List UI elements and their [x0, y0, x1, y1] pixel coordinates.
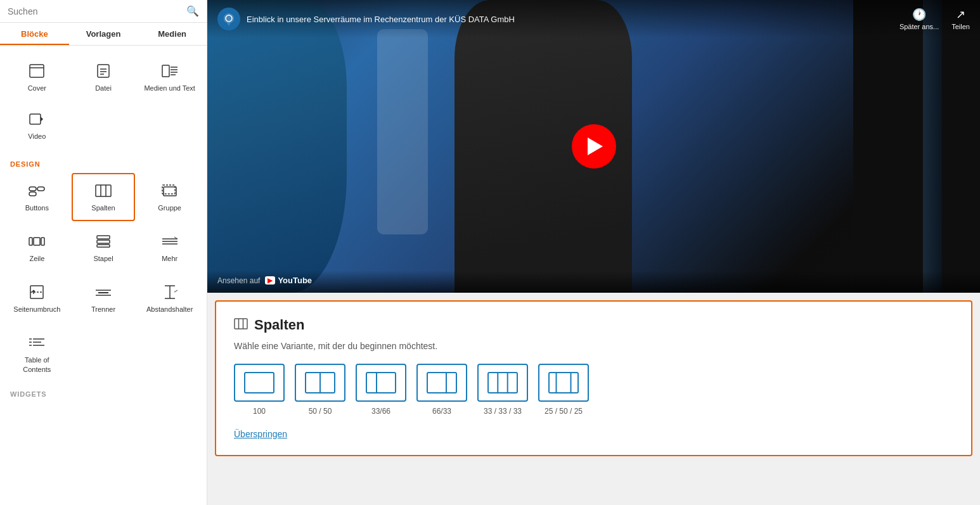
video-title: Einblick in unsere Serverräume im Rechen…: [247, 15, 899, 24]
sidebar-item-seitenumbruch[interactable]: Seitenumbruch: [5, 274, 69, 323]
mehr-label: Mehr: [162, 254, 177, 263]
video-container: Einblick in unsere Serverräume im Rechen…: [207, 0, 980, 293]
svg-rect-0: [30, 65, 44, 77]
sidebar-item-mehr[interactable]: Mehr: [138, 224, 202, 272]
gruppe-icon: [162, 182, 178, 200]
yt-wordmark: YouTube: [278, 276, 312, 285]
datei-icon: [96, 62, 110, 80]
svg-rect-15: [29, 192, 36, 196]
svg-rect-62: [549, 373, 578, 393]
tab-medien[interactable]: Medien: [138, 23, 207, 45]
spalten-option-6633[interactable]: 66/33: [416, 364, 467, 416]
svg-rect-25: [97, 240, 110, 243]
video-label: Video: [28, 132, 46, 141]
play-icon: [588, 137, 603, 155]
spalten-option-label-6633: 66/33: [432, 407, 451, 416]
search-input[interactable]: [8, 6, 186, 16]
sidebar-item-stapel[interactable]: Stapel: [72, 224, 136, 272]
tab-bloecke[interactable]: Blöcke: [0, 23, 69, 45]
spalten-option-box-333333: [477, 364, 528, 402]
youtube-logo: ▶ YouTube: [265, 276, 312, 285]
svg-rect-6: [162, 65, 169, 77]
svg-rect-20: [162, 185, 175, 194]
sidebar-item-datei[interactable]: Datei: [72, 53, 136, 101]
share-button[interactable]: ↗ Teilen: [951, 8, 970, 30]
spalten-panel-title: Spalten: [254, 317, 304, 333]
spalten-option-box-6633: [416, 364, 467, 402]
spalten-option-100[interactable]: 100: [234, 364, 285, 416]
sidebar-item-video[interactable]: Video: [5, 101, 69, 150]
svg-rect-11: [30, 114, 41, 124]
play-button[interactable]: [572, 124, 616, 169]
spalten-header: Spalten: [234, 317, 953, 333]
spalten-option-label-255025: 25 / 50 / 25: [545, 407, 583, 416]
spalten-subtitle: Wähle eine Variante, mit der du beginnen…: [234, 341, 953, 351]
trenner-icon: [95, 283, 112, 301]
video-icon: [29, 110, 44, 128]
spalten-option-3366[interactable]: 33/66: [356, 364, 406, 416]
search-icon: 🔍: [186, 5, 199, 17]
sidebar-item-medien-text[interactable]: Medien und Text: [138, 53, 202, 101]
svg-rect-22: [34, 238, 40, 245]
spalten-icon: [95, 182, 112, 200]
gruppe-label: Gruppe: [158, 203, 181, 212]
mehr-icon: [162, 233, 178, 250]
sidebar-item-zeile[interactable]: Zeile: [5, 224, 69, 272]
spalten-option-255025[interactable]: 25 / 50 / 25: [538, 364, 589, 416]
widgets-section-label: WIDGETS: [10, 390, 197, 398]
spalten-option-label-333333: 33 / 33 / 33: [484, 407, 522, 416]
tab-bar: Blöcke Vorlagen Medien: [0, 23, 207, 46]
cover-label: Cover: [28, 84, 46, 93]
svg-rect-52: [245, 373, 274, 393]
sidebar-item-cover[interactable]: Cover: [5, 53, 69, 101]
clock-icon: 🕐: [912, 8, 926, 22]
zeile-icon: [29, 233, 45, 250]
abstandshalter-label: Abstandshalter: [146, 305, 193, 314]
seitenumbruch-icon: [29, 283, 44, 301]
medien-text-icon: [162, 62, 178, 80]
sidebar-item-spalten[interactable]: Spalten: [72, 173, 136, 221]
svg-rect-19: [164, 187, 176, 196]
sidebar-content: Cover Datei: [0, 46, 207, 505]
spalten-label: Spalten: [91, 203, 115, 212]
sidebar-item-abstandshalter[interactable]: Abstandshalter: [138, 274, 202, 323]
spalten-option-5050[interactable]: 50 / 50: [295, 364, 345, 416]
skip-button[interactable]: Überspringen: [234, 429, 287, 439]
watch-later-button[interactable]: 🕐 Später ans...: [899, 8, 939, 30]
design-section-label: DESIGN: [10, 160, 197, 168]
sidebar: 🔍 Blöcke Vorlagen Medien Cover: [0, 0, 207, 505]
tab-vorlagen[interactable]: Vorlagen: [69, 23, 138, 45]
spalten-option-box-3366: [356, 364, 406, 402]
svg-rect-59: [488, 373, 517, 393]
sidebar-item-toc[interactable]: Table of Contents: [5, 325, 69, 383]
video-bottom-bar: Ansehen auf ▶ YouTube: [207, 271, 980, 293]
toc-label: Table of Contents: [11, 355, 63, 374]
share-label: Teilen: [951, 23, 970, 30]
spalten-option-label-5050: 50 / 50: [309, 407, 332, 416]
video-thumbnail: Einblick in unsere Serverräume im Rechen…: [207, 0, 980, 293]
search-bar: 🔍: [0, 0, 207, 23]
svg-rect-16: [96, 185, 111, 196]
svg-rect-14: [37, 187, 44, 191]
svg-marker-12: [41, 117, 43, 122]
datei-label: Datei: [95, 84, 112, 93]
stapel-icon: [96, 233, 111, 250]
svg-rect-55: [366, 373, 396, 393]
spalten-option-box-255025: [538, 364, 589, 402]
svg-rect-2: [98, 65, 109, 77]
spalten-option-333333[interactable]: 33 / 33 / 33: [477, 364, 528, 416]
svg-rect-57: [427, 373, 456, 393]
spalten-panel: Spalten Wähle eine Variante, mit der du …: [215, 300, 972, 456]
buttons-label: Buttons: [25, 203, 49, 212]
seitenumbruch-label: Seitenumbruch: [13, 305, 60, 314]
main-content: Einblick in unsere Serverräume im Rechen…: [207, 0, 980, 505]
svg-rect-23: [41, 238, 44, 245]
svg-rect-24: [97, 236, 110, 239]
sidebar-item-gruppe[interactable]: Gruppe: [138, 173, 202, 221]
design-blocks-grid: Buttons Spalten: [5, 173, 202, 383]
sidebar-item-trenner[interactable]: Trenner: [72, 274, 136, 323]
spalten-option-box-100: [234, 364, 285, 402]
toc-icon: [29, 334, 45, 352]
sidebar-item-buttons[interactable]: Buttons: [5, 173, 69, 221]
yt-icon: ▶: [265, 276, 275, 284]
